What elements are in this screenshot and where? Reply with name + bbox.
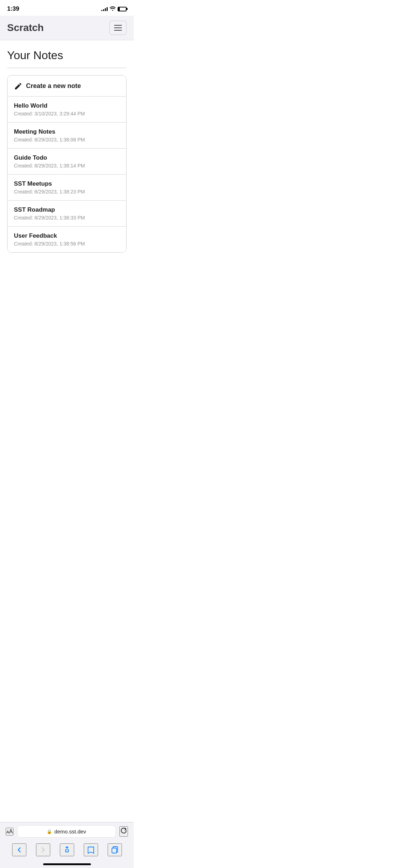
menu-line: [114, 25, 122, 26]
list-item[interactable]: SST Roadmap Created: 8/29/2023, 1:38:33 …: [7, 201, 126, 227]
note-title: SST Meetups: [14, 180, 120, 187]
list-item[interactable]: Hello World Created: 3/10/2023, 3:29:44 …: [7, 97, 126, 123]
note-date: Created: 3/10/2023, 3:29:44 PM: [14, 111, 120, 117]
list-item[interactable]: Meeting Notes Created: 8/29/2023, 1:38:0…: [7, 123, 126, 149]
signal-icon: [101, 7, 108, 11]
status-icons: [101, 6, 127, 12]
nav-title: Scratch: [7, 22, 44, 33]
menu-line: [114, 27, 122, 28]
list-item[interactable]: Guide Todo Created: 8/29/2023, 1:38:14 P…: [7, 149, 126, 175]
battery-icon: [118, 7, 127, 11]
status-bar: 1:39: [0, 0, 134, 16]
nav-header: Scratch: [0, 16, 134, 40]
list-item[interactable]: User Feedback Created: 8/29/2023, 1:38:5…: [7, 227, 126, 252]
note-title: Guide Todo: [14, 154, 120, 161]
main-content: Your Notes Create a new note Hello World…: [0, 40, 134, 260]
list-item[interactable]: SST Meetups Created: 8/29/2023, 1:38:23 …: [7, 175, 126, 201]
menu-button[interactable]: [109, 21, 127, 35]
notes-list: Create a new note Hello World Created: 3…: [7, 75, 127, 253]
divider: [7, 68, 127, 68]
edit-icon: [14, 82, 22, 90]
note-title: User Feedback: [14, 232, 120, 239]
note-date: Created: 8/29/2023, 1:38:23 PM: [14, 189, 120, 195]
note-date: Created: 8/29/2023, 1:38:56 PM: [14, 241, 120, 247]
note-date: Created: 8/29/2023, 1:38:33 PM: [14, 215, 120, 221]
note-title: SST Roadmap: [14, 206, 120, 213]
create-note-item[interactable]: Create a new note: [7, 76, 126, 97]
page-title: Your Notes: [7, 49, 127, 62]
note-date: Created: 8/29/2023, 1:38:08 PM: [14, 137, 120, 143]
create-note-label: Create a new note: [26, 82, 81, 90]
wifi-icon: [110, 6, 115, 12]
status-time: 1:39: [7, 5, 19, 12]
note-title: Meeting Notes: [14, 128, 120, 135]
note-title: Hello World: [14, 102, 120, 109]
menu-line: [114, 30, 122, 31]
note-date: Created: 8/29/2023, 1:38:14 PM: [14, 163, 120, 169]
